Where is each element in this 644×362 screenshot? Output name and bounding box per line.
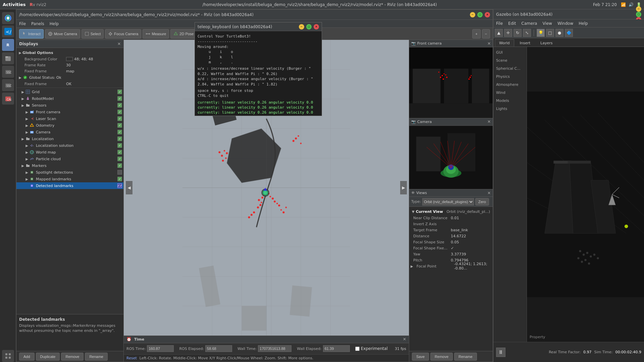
display-item-mapped-landmarks[interactable]: ▶ Mapped landmarks (16, 176, 123, 182)
rviz-minimize-btn[interactable]: − (470, 12, 475, 17)
teleop-maximize-btn[interactable]: □ (306, 24, 312, 29)
menu-help[interactable]: Help (50, 21, 59, 26)
camera-view[interactable] (409, 126, 493, 189)
gazebo-menu-edit[interactable]: Edit (508, 21, 516, 26)
add-button[interactable]: Add (19, 353, 35, 361)
display-item-odometry[interactable]: ▶ Odometry (16, 122, 123, 129)
view-focal-shape-fixed-value[interactable]: ✓ (451, 246, 491, 250)
gazebo-tab-layers[interactable]: Layers (536, 39, 557, 47)
display-item-laser-scan[interactable]: ▶ Laser Scan (16, 115, 123, 122)
gazebo-tool-rotate[interactable]: ↻ (514, 29, 522, 37)
view-target-frame-value[interactable]: base_link (451, 228, 491, 232)
experimental-checkbox[interactable] (355, 347, 360, 351)
gazebo-menu-camera[interactable]: Camera (521, 21, 537, 26)
taskbar-rviz[interactable]: R (2, 39, 14, 51)
teleop-minimize-btn[interactable]: − (299, 24, 304, 29)
toolbar-settings-btn[interactable]: − (482, 29, 490, 39)
ros-elapsed-input[interactable] (205, 345, 232, 352)
particle-cloud-checkbox[interactable] (117, 157, 122, 161)
gazebo-menu-file[interactable]: File (496, 21, 503, 26)
gazebo-nav-atmosphere[interactable]: Atmosphere (493, 80, 527, 88)
gazebo-nav-wind[interactable]: Wind (493, 88, 527, 97)
reset-button[interactable]: Reset (126, 356, 137, 360)
gazebo-tool-move[interactable]: ✛ (504, 29, 512, 37)
gazebo-nav-lights[interactable]: Lights (493, 105, 527, 113)
displays-content[interactable]: ▶ Global Options Background Color 48; 48… (16, 48, 123, 314)
laser-scan-checkbox[interactable] (117, 116, 122, 121)
select-btn[interactable]: Select (82, 29, 104, 39)
view-focal-shape-size-value[interactable]: 0.05 (451, 240, 491, 244)
localization-checkbox[interactable] (117, 136, 122, 141)
global-options-item[interactable]: ▶ Global Options (16, 49, 123, 56)
menu-panels[interactable]: Panels (31, 21, 44, 26)
taskbar-ssd2[interactable]: SSD (2, 79, 14, 91)
teleop-content[interactable]: Control Your TurtleBot3! ---------------… (195, 31, 322, 116)
gazebo-tool-box[interactable]: □ (546, 29, 554, 37)
front-camera-close-btn[interactable]: ✕ (487, 41, 491, 46)
views-zero-btn[interactable]: Zero (475, 198, 489, 205)
mapped-landmarks-checkbox[interactable] (117, 177, 122, 181)
taskbar-vscode[interactable]: </> (2, 25, 14, 38)
display-item-spotlight[interactable]: ▶ Spotlight detections (16, 169, 123, 176)
taskbar-chrome[interactable] (2, 12, 14, 24)
sensors-checkbox[interactable] (117, 103, 122, 108)
view-yaw-value[interactable]: 3.37739 (451, 252, 491, 256)
gazebo-nav-physics[interactable]: Physics (493, 72, 527, 80)
move-camera-btn[interactable]: Move Camera (45, 29, 80, 39)
view-distance-value[interactable]: 14.6722 (451, 234, 491, 238)
display-item-localization[interactable]: ▶ Localization (16, 135, 123, 142)
display-item-robotmodel[interactable]: ▶ RobotModel (16, 95, 123, 102)
gazebo-menu-view[interactable]: View (542, 21, 552, 26)
measure-btn[interactable]: Measure (143, 29, 169, 39)
viewport-left-arrow[interactable]: ◀ (126, 181, 132, 194)
display-item-sensors[interactable]: ▶ Sensors (16, 102, 123, 109)
gazebo-tool-cylinder[interactable]: 🔷 (565, 29, 573, 37)
view-near-clip-value[interactable]: 0.01 (451, 216, 491, 220)
display-item-detected-landmarks[interactable]: Detected landmarks ✓ (16, 182, 123, 189)
activities-button[interactable]: Activities (3, 2, 26, 7)
detected-landmarks-checkbox[interactable]: ✓ (117, 183, 122, 188)
wall-time-input[interactable] (258, 345, 291, 352)
menu-file[interactable]: File (19, 21, 26, 26)
gazebo-tab-world[interactable]: World (495, 39, 514, 47)
gazebo-minimize-btn[interactable]: − (636, 6, 641, 12)
gazebo-tool-scale[interactable]: ⤡ (523, 29, 531, 37)
front-camera-checkbox[interactable] (117, 110, 122, 114)
taskbar-calendar[interactable]: CAL (2, 93, 14, 105)
camera-close-btn[interactable]: ✕ (487, 119, 491, 124)
displays-close-icon[interactable]: ✕ (117, 42, 121, 46)
odometry-checkbox[interactable] (117, 123, 122, 128)
global-status-item[interactable]: ▶ ✓ Global Status: Ok (16, 74, 123, 81)
front-camera-view[interactable] (409, 47, 493, 118)
focus-camera-btn[interactable]: Focus Camera (105, 29, 141, 39)
gazebo-nav-gui[interactable]: GUI (493, 48, 527, 56)
gazebo-menu-help[interactable]: Help (579, 21, 588, 26)
gazebo-menu-window[interactable]: Window (557, 21, 573, 26)
gazebo-tool-sphere[interactable]: ● (555, 29, 564, 37)
view-focal-point-value[interactable]: -0.43241; 1.2613; -0.80... (454, 262, 491, 270)
gazebo-pause-btn[interactable]: ⏸ (496, 348, 505, 357)
gazebo-tab-insert[interactable]: Insert (516, 39, 535, 47)
world-map-checkbox[interactable] (117, 150, 122, 155)
grid-checkbox[interactable] (117, 89, 122, 94)
camera-checkbox[interactable] (117, 130, 122, 134)
gazebo-tool-light[interactable]: 💡 (537, 29, 545, 37)
remove-button[interactable]: Remove (61, 353, 84, 361)
views-close-btn[interactable]: ✕ (487, 191, 491, 195)
gazebo-nav-models[interactable]: Models (493, 97, 527, 105)
taskbar-apps[interactable] (2, 350, 14, 362)
gazebo-maximize-btn[interactable]: □ (636, 12, 641, 17)
duplicate-button[interactable]: Duplicate (36, 353, 60, 361)
teleop-close-btn[interactable]: × (314, 24, 319, 29)
rename-button[interactable]: Rename (85, 353, 108, 361)
rviz-maximize-btn[interactable]: □ (477, 12, 483, 17)
current-view-header[interactable]: ▼ Current View Orbit (rviz_default_pl...… (411, 208, 491, 215)
fixed-frame-value[interactable]: map (66, 69, 121, 73)
views-save-btn[interactable]: Save (412, 353, 429, 361)
gazebo-viewport[interactable]: Property (527, 47, 644, 342)
interact-btn[interactable]: Interact (19, 29, 44, 39)
views-rename-btn[interactable]: Rename (454, 353, 477, 361)
markers-checkbox[interactable] (117, 163, 122, 168)
wall-elapsed-input[interactable] (323, 345, 350, 352)
display-item-particle-cloud[interactable]: ▶ Particle cloud (16, 156, 123, 162)
